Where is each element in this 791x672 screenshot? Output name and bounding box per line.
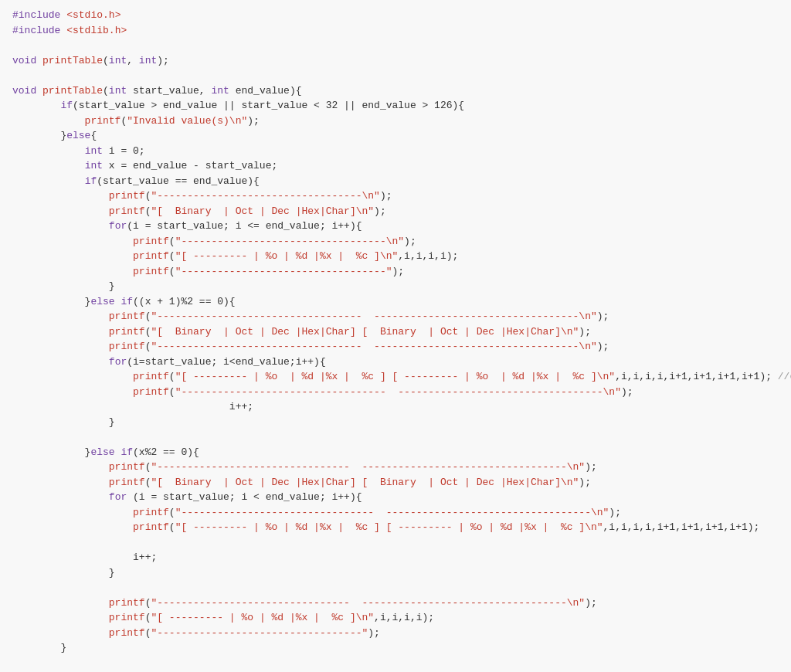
code-line: if(start_value > end_value || start_valu… (12, 98, 779, 114)
code-line: printf("[ Binary | Oct | Dec |Hex|Char]\… (12, 204, 779, 219)
code-line (12, 68, 779, 83)
code-line (12, 580, 779, 596)
code-line: } (12, 640, 779, 656)
code-line: printf("[ Binary | Oct | Dec |Hex|Char] … (12, 475, 779, 490)
code-line (12, 429, 779, 445)
code-line (12, 656, 779, 671)
code-line: printf("--------------------------------… (12, 385, 779, 400)
code-line: i++; (12, 399, 779, 415)
code-line: printf("[ --------- | %o | %d |%x | %c ]… (12, 520, 779, 535)
code-line: printf("[ --------- | %o | %d |%x | %c ]… (12, 369, 779, 385)
code-line: printf("--------------------------------… (12, 339, 779, 355)
code-line: if(start_value == end_value){ (12, 174, 779, 189)
code-line: printf("--------------------------------… (12, 505, 779, 521)
code-line: for (i = start_value; i < end_value; i++… (12, 490, 779, 505)
code-editor: #include <stdio.h>#include <stdlib.h> vo… (0, 0, 791, 672)
code-line: } (12, 415, 779, 430)
code-line: printf("--------------------------------… (12, 264, 779, 280)
code-line: int x = end_value - start_value; (12, 158, 779, 174)
code-line: for(i = start_value; i <= end_value; i++… (12, 219, 779, 234)
code-line: printf("[ --------- | %o | %d |%x | %c ]… (12, 610, 779, 626)
code-line: #include <stdlib.h> (12, 23, 779, 39)
code-line: void printTable(int, int); (12, 53, 779, 69)
code-line: #include <stdio.h> (12, 8, 779, 23)
code-line: int i = 0; (12, 144, 779, 159)
code-line: printf("--------------------------------… (12, 596, 779, 611)
code-line: }else if(x%2 == 0){ (12, 445, 779, 460)
code-line: }else{ (12, 128, 779, 144)
code-line: printf("--------------------------------… (12, 188, 779, 204)
code-line: printf("--------------------------------… (12, 626, 779, 641)
code-line: for(i=start_value; i<end_value;i++){ (12, 355, 779, 370)
code-line (12, 38, 779, 53)
code-line (12, 535, 779, 551)
code-line: } (12, 565, 779, 581)
code-line: printf("[ --------- | %o | %d |%x | %c ]… (12, 249, 779, 264)
code-line: void printTable(int start_value, int end… (12, 83, 779, 99)
code-line: printf("--------------------------------… (12, 234, 779, 249)
code-line: printf("Invalid value(s)\n"); (12, 114, 779, 129)
code-line: i++; (12, 550, 779, 565)
code-line: printf("--------------------------------… (12, 460, 779, 475)
code-line: }else if((x + 1)%2 == 0){ (12, 294, 779, 310)
code-line: printf("--------------------------------… (12, 309, 779, 324)
code-line: printf("[ Binary | Oct | Dec |Hex|Char] … (12, 324, 779, 340)
code-line: } (12, 279, 779, 294)
